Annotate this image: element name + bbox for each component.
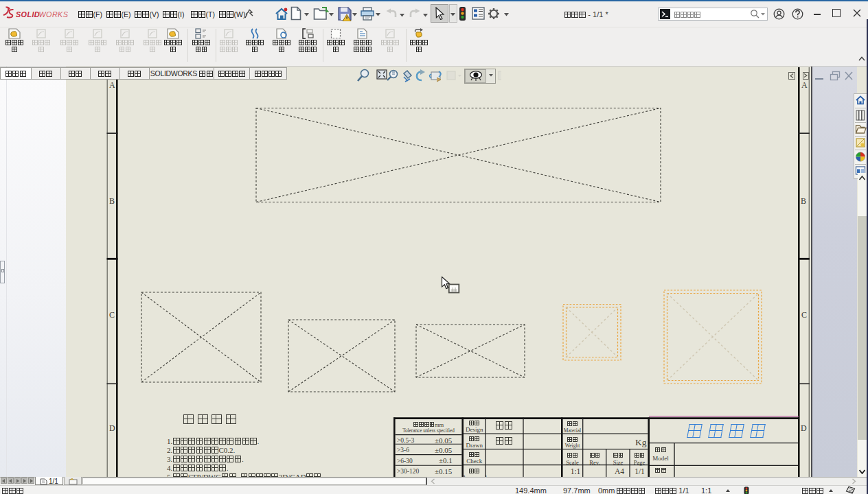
svg-text:WORKS: WORKS <box>39 10 69 19</box>
svg-text:SOLID: SOLID <box>16 10 40 19</box>
